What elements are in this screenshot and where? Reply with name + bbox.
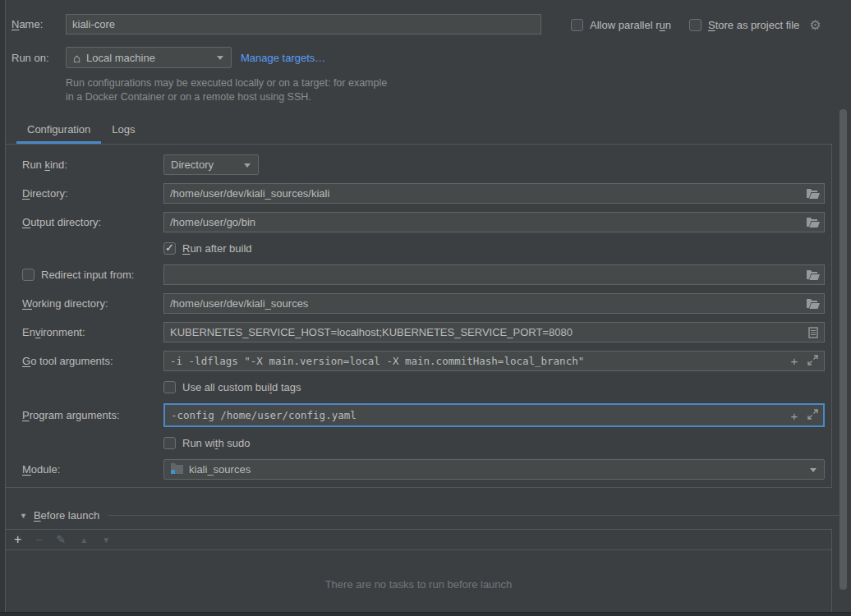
name-input[interactable]	[66, 14, 541, 34]
move-up-icon: ▲	[80, 536, 88, 545]
dialog-bottom-edge	[0, 612, 851, 616]
add-task-icon[interactable]: +	[14, 532, 21, 547]
browse-folder-icon[interactable]	[806, 215, 821, 229]
run-with-sudo-checkbox[interactable]: ✓ Run with sudo	[163, 437, 250, 449]
checkmark-icon: ✓	[165, 241, 174, 254]
run-on-label: Run on:	[6, 52, 66, 64]
run-kind-value: Directory	[171, 159, 214, 171]
program-arguments-label: Program arguments:	[22, 409, 163, 421]
checkbox-box[interactable]: ✓	[689, 19, 702, 31]
store-as-project-file-checkbox[interactable]: ✓ Store as project file ⚙	[689, 17, 821, 33]
directory-input[interactable]	[163, 183, 825, 204]
environment-label: Environment:	[22, 326, 163, 338]
run-after-build-label[interactable]: Run after build	[182, 242, 252, 255]
browse-folder-icon[interactable]	[806, 268, 821, 282]
use-all-custom-build-tags-checkbox[interactable]: ✓ Use all custom build tags	[163, 381, 301, 393]
browse-folder-icon[interactable]	[806, 186, 821, 200]
go-tool-arguments-input[interactable]	[163, 351, 825, 371]
go-tool-arguments-label: Go tool arguments:	[22, 355, 163, 367]
expand-field-icon[interactable]	[807, 355, 818, 368]
before-launch-task-list: There are no tasks to run before launch	[6, 550, 831, 616]
output-directory-input[interactable]	[163, 212, 825, 232]
run-kind-label: Run kind:	[22, 159, 163, 171]
tab-configuration[interactable]: Configuration	[16, 117, 101, 144]
gear-icon[interactable]: ⚙	[809, 17, 821, 33]
working-directory-label: Working directory:	[22, 297, 163, 310]
use-all-custom-build-tags-label[interactable]: Use all custom build tags	[182, 381, 301, 393]
browse-folder-icon[interactable]	[806, 297, 821, 310]
checkbox-box[interactable]: ✓	[163, 437, 176, 449]
vertical-scrollbar-thumb[interactable]	[840, 109, 847, 590]
checkbox-box[interactable]: ✓	[163, 242, 176, 255]
module-icon	[171, 463, 183, 476]
chevron-down-icon	[244, 163, 251, 168]
chevron-down-icon	[810, 468, 816, 472]
edit-task-icon: ✎	[57, 533, 67, 546]
empty-tasks-text: There are no tasks to run before launch	[325, 578, 513, 591]
move-down-icon: ▼	[102, 536, 110, 545]
program-arguments-input[interactable]	[163, 403, 825, 427]
collapse-triangle-icon[interactable]: ▼	[20, 512, 27, 520]
before-launch-toolbar: + − ✎ ▲ ▼	[6, 530, 831, 550]
configuration-panel: Run kind: Directory Directory: Output di…	[5, 144, 832, 488]
checkbox-box[interactable]: ✓	[163, 381, 176, 393]
name-label: Name:	[6, 18, 66, 30]
before-launch-title[interactable]: Before launch	[34, 509, 99, 522]
module-select[interactable]: kiali_sources	[163, 459, 825, 480]
directory-label: Directory:	[22, 187, 163, 200]
output-directory-label: Output directory:	[22, 216, 163, 228]
redirect-input-label[interactable]: Redirect input from:	[41, 269, 134, 281]
store-as-project-file-label[interactable]: Store as project file	[708, 19, 799, 31]
redirect-input-file-input[interactable]	[163, 264, 825, 285]
insert-macro-plus-icon[interactable]: +	[789, 354, 800, 368]
module-label: Module:	[22, 463, 163, 476]
allow-parallel-run-label[interactable]: Allow parallel run	[590, 19, 671, 31]
run-configuration-dialog: Name: ✓ Allow parallel run ✓ Store as pr…	[0, 0, 851, 616]
checkbox-box[interactable]: ✓	[571, 19, 583, 31]
home-icon: ⌂	[73, 52, 80, 64]
run-after-build-checkbox[interactable]: ✓ Run after build	[163, 242, 252, 255]
tab-bar: Configuration Logs	[16, 117, 840, 144]
module-value: kiali_sources	[189, 463, 251, 476]
run-on-hint: Run configurations may be executed local…	[66, 76, 840, 104]
run-with-sudo-label[interactable]: Run with sudo	[182, 437, 250, 449]
manage-targets-link[interactable]: Manage targets…	[241, 52, 325, 64]
run-on-select[interactable]: ⌂ Local machine	[66, 47, 232, 68]
browse-variables-icon[interactable]	[806, 325, 821, 339]
allow-parallel-run-checkbox[interactable]: ✓ Allow parallel run	[571, 19, 671, 31]
working-directory-input[interactable]	[163, 293, 825, 314]
run-on-value: Local machine	[86, 52, 155, 64]
checkbox-box[interactable]: ✓	[22, 269, 34, 281]
environment-input[interactable]	[163, 322, 825, 342]
remove-task-icon: −	[35, 533, 42, 546]
run-kind-select[interactable]: Directory	[163, 154, 259, 175]
before-launch-panel: + − ✎ ▲ ▼ There are no tasks to run befo…	[5, 529, 832, 616]
redirect-input-checkbox[interactable]: ✓ Redirect input from:	[22, 269, 163, 281]
tab-logs[interactable]: Logs	[101, 117, 145, 144]
chevron-down-icon	[217, 56, 223, 60]
divider	[108, 515, 839, 516]
expand-field-icon[interactable]	[807, 409, 818, 422]
insert-macro-plus-icon[interactable]: +	[789, 409, 800, 423]
